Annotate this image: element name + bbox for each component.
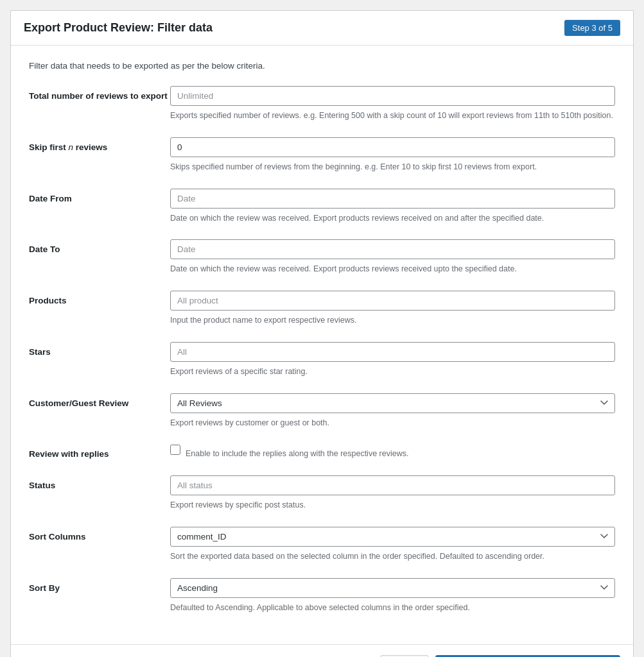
review-replies-checkbox-row: Enable to include the replies along with… <box>170 444 615 460</box>
review-replies-wrap: Enable to include the replies along with… <box>170 444 615 460</box>
skip-reviews-row: Skip first n reviews Skips specified num… <box>29 137 615 173</box>
stars-label: Stars <box>29 342 170 357</box>
customer-guest-wrap: All ReviewsCustomer ReviewsGuest Reviews… <box>170 393 615 429</box>
products-label: Products <box>29 291 170 305</box>
stars-row: Stars Export reviews of a specific star … <box>29 342 615 378</box>
sort-columns-wrap: comment_IDcomment_datecomment_authorcomm… <box>170 527 615 563</box>
sort-columns-select[interactable]: comment_IDcomment_datecomment_authorcomm… <box>170 527 615 547</box>
card-header: Export Product Review: Filter data Step … <box>11 11 633 46</box>
date-from-input[interactable] <box>170 189 615 209</box>
total-reviews-wrap: Exports specified number of reviews. e.g… <box>170 86 615 122</box>
export-filter-card: Export Product Review: Filter data Step … <box>10 10 634 657</box>
skip-reviews-label-end: reviews <box>73 142 107 152</box>
sort-by-row: Sort By AscendingDescending Defaulted to… <box>29 578 615 614</box>
date-from-label: Date From <box>29 189 170 203</box>
skip-reviews-input[interactable] <box>170 137 615 157</box>
sort-columns-label: Sort Columns <box>29 527 170 542</box>
intro-text: Filter data that needs to be exported as… <box>29 61 615 71</box>
total-reviews-description: Exports specified number of reviews. e.g… <box>170 110 615 122</box>
sort-columns-row: Sort Columns comment_IDcomment_datecomme… <box>29 527 615 563</box>
total-reviews-input[interactable] <box>170 86 615 106</box>
products-row: Products Input the product name to expor… <box>29 291 615 327</box>
card-footer: Back Step 4: Map and reorder export colu… <box>11 644 633 657</box>
review-replies-label: Review with replies <box>29 444 170 459</box>
total-reviews-label: Total number of reviews to export <box>29 86 170 101</box>
skip-reviews-label-start: Skip first <box>29 142 69 152</box>
date-to-description: Date on which the review was received. E… <box>170 263 615 275</box>
sort-columns-description: Sort the exported data based on the sele… <box>170 550 615 563</box>
stars-input[interactable] <box>170 342 615 362</box>
date-from-row: Date From Date on which the review was r… <box>29 189 615 225</box>
products-input[interactable] <box>170 291 615 311</box>
review-replies-description: Enable to include the replies along with… <box>186 448 408 460</box>
date-from-description: Date on which the review was received. E… <box>170 212 615 225</box>
date-to-input[interactable] <box>170 239 615 259</box>
status-input[interactable] <box>170 475 615 495</box>
step-badge: Step 3 of 5 <box>564 20 620 36</box>
date-to-wrap: Date on which the review was received. E… <box>170 239 615 275</box>
customer-guest-label: Customer/Guest Review <box>29 393 170 408</box>
date-to-row: Date To Date on which the review was rec… <box>29 239 615 275</box>
customer-guest-row: Customer/Guest Review All ReviewsCustome… <box>29 393 615 429</box>
products-wrap: Input the product name to export respect… <box>170 291 615 327</box>
skip-reviews-description: Skips specified number of reviews from t… <box>170 161 615 173</box>
products-description: Input the product name to export respect… <box>170 314 615 327</box>
skip-reviews-label: Skip first n reviews <box>29 137 170 152</box>
sort-by-description: Defaulted to Ascending. Applicable to ab… <box>170 602 615 614</box>
review-replies-checkbox[interactable] <box>170 445 180 455</box>
stars-wrap: Export reviews of a specific star rating… <box>170 342 615 378</box>
status-row: Status Export reviews by specific post s… <box>29 475 615 511</box>
status-wrap: Export reviews by specific post status. <box>170 475 615 511</box>
sort-by-label: Sort By <box>29 578 170 593</box>
card-body: Filter data that needs to be exported as… <box>11 46 633 644</box>
stars-description: Export reviews of a specific star rating… <box>170 366 615 378</box>
customer-guest-select[interactable]: All ReviewsCustomer ReviewsGuest Reviews <box>170 393 615 413</box>
date-from-wrap: Date on which the review was received. E… <box>170 189 615 225</box>
status-description: Export reviews by specific post status. <box>170 499 615 511</box>
skip-reviews-wrap: Skips specified number of reviews from t… <box>170 137 615 173</box>
date-to-label: Date To <box>29 239 170 254</box>
total-reviews-row: Total number of reviews to export Export… <box>29 86 615 122</box>
customer-guest-description: Export reviews by customer or guest or b… <box>170 417 615 429</box>
status-label: Status <box>29 475 170 490</box>
review-replies-row: Review with replies Enable to include th… <box>29 444 615 460</box>
sort-by-select[interactable]: AscendingDescending <box>170 578 615 598</box>
page-title: Export Product Review: Filter data <box>24 21 213 35</box>
sort-by-wrap: AscendingDescending Defaulted to Ascendi… <box>170 578 615 614</box>
skip-reviews-label-em: n <box>69 142 74 152</box>
